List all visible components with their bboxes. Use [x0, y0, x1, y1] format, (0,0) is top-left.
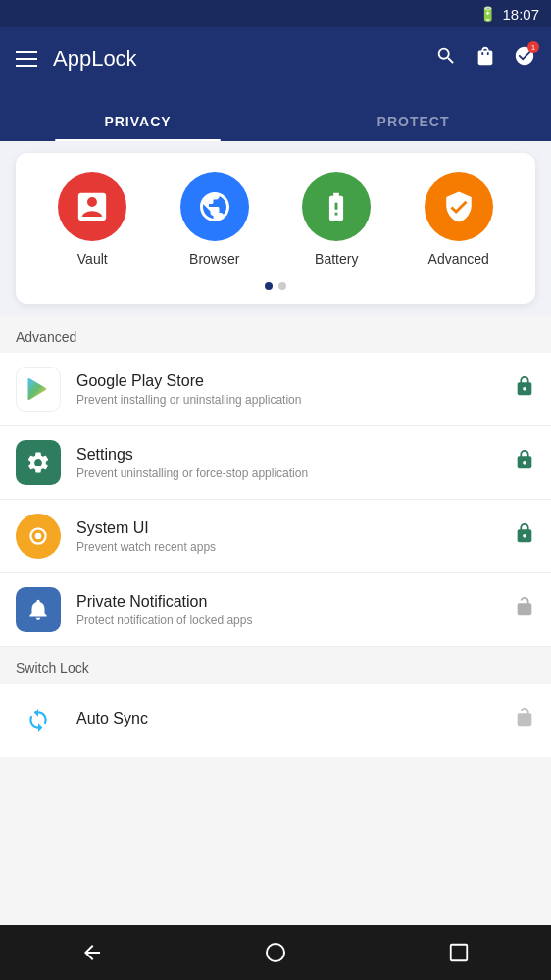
- advanced-feature-label: Advanced: [428, 251, 489, 267]
- list-item[interactable]: System UI Prevent watch recent apps: [0, 500, 551, 573]
- home-button[interactable]: [251, 928, 300, 977]
- feature-advanced[interactable]: Advanced: [425, 172, 493, 267]
- google-play-desc: Prevent installing or uninstalling appli…: [76, 393, 498, 407]
- vault-icon: [58, 172, 126, 241]
- switch-lock-label: Switch Lock: [0, 647, 551, 684]
- google-play-lock-icon[interactable]: [514, 375, 535, 403]
- google-play-name: Google Play Store: [76, 372, 498, 390]
- back-button[interactable]: [68, 928, 117, 977]
- feature-section: Vault Browser Battery: [0, 141, 551, 316]
- private-notification-desc: Protect notification of locked apps: [76, 613, 498, 627]
- system-ui-icon: [16, 514, 61, 559]
- app-title: AppLock: [53, 46, 137, 72]
- advanced-app-list: Google Play Store Prevent installing or …: [0, 353, 551, 647]
- google-play-icon: [16, 367, 61, 412]
- advanced-icon: [425, 172, 493, 241]
- private-notification-info: Private Notification Protect notificatio…: [76, 593, 498, 627]
- system-ui-lock-icon[interactable]: [514, 522, 535, 550]
- carousel-dots: [31, 282, 520, 290]
- menu-button[interactable]: [16, 51, 37, 67]
- svg-rect-4: [451, 945, 468, 961]
- list-item[interactable]: Auto Sync: [0, 684, 551, 757]
- feature-battery[interactable]: Battery: [302, 172, 371, 267]
- header: AppLock 1: [0, 27, 551, 90]
- auto-sync-name: Auto Sync: [76, 710, 498, 728]
- tab-protect[interactable]: PROTECT: [276, 114, 551, 141]
- private-notification-name: Private Notification: [76, 593, 498, 611]
- google-play-info: Google Play Store Prevent installing or …: [76, 372, 498, 407]
- header-right: 1: [435, 45, 535, 73]
- tab-protect-label: PROTECT: [377, 114, 450, 129]
- system-ui-desc: Prevent watch recent apps: [76, 540, 498, 554]
- list-item[interactable]: Settings Prevent uninstalling or force-s…: [0, 426, 551, 500]
- auto-sync-info: Auto Sync: [76, 710, 498, 731]
- svg-point-3: [267, 944, 284, 961]
- notification-icon[interactable]: 1: [514, 45, 535, 73]
- browser-label: Browser: [189, 251, 239, 267]
- feature-browser[interactable]: Browser: [180, 172, 249, 267]
- list-item[interactable]: Google Play Store Prevent installing or …: [0, 353, 551, 426]
- time: 18:07: [502, 6, 539, 23]
- advanced-section-label: Advanced: [0, 316, 551, 353]
- settings-info: Settings Prevent uninstalling or force-s…: [76, 446, 498, 480]
- system-ui-name: System UI: [76, 519, 498, 537]
- vault-label: Vault: [77, 251, 108, 267]
- search-icon[interactable]: [435, 45, 457, 73]
- system-ui-info: System UI Prevent watch recent apps: [76, 519, 498, 554]
- battery-feature-icon: [302, 172, 371, 241]
- recents-button[interactable]: [434, 928, 483, 977]
- feature-card: Vault Browser Battery: [16, 153, 535, 304]
- private-notification-lock-icon[interactable]: [514, 596, 535, 623]
- dot-2[interactable]: [278, 282, 286, 290]
- auto-sync-icon: [16, 698, 61, 743]
- settings-lock-icon[interactable]: [514, 449, 535, 476]
- tabs: PRIVACY PROTECT: [0, 90, 551, 141]
- feature-vault[interactable]: Vault: [58, 172, 126, 267]
- shopping-icon[interactable]: [475, 45, 496, 73]
- tab-underline: [55, 139, 221, 141]
- dot-1[interactable]: [265, 282, 273, 290]
- tab-privacy-label: PRIVACY: [104, 114, 171, 129]
- tab-privacy[interactable]: PRIVACY: [0, 114, 276, 141]
- feature-icons-row: Vault Browser Battery: [31, 172, 520, 267]
- battery-icon: 🔋: [479, 6, 496, 22]
- settings-app-icon: [16, 440, 61, 485]
- header-left: AppLock: [16, 46, 137, 72]
- status-bar: 🔋 18:07: [0, 0, 551, 27]
- nav-bar: [0, 925, 551, 980]
- svg-point-2: [35, 533, 42, 540]
- browser-icon: [180, 172, 249, 241]
- settings-name: Settings: [76, 446, 498, 464]
- auto-sync-lock-icon[interactable]: [514, 707, 535, 734]
- settings-desc: Prevent uninstalling or force-stop appli…: [76, 466, 498, 480]
- notification-badge: 1: [527, 41, 539, 53]
- notification-app-icon: [16, 587, 61, 632]
- battery-label: Battery: [315, 251, 358, 267]
- list-item[interactable]: Private Notification Protect notificatio…: [0, 573, 551, 647]
